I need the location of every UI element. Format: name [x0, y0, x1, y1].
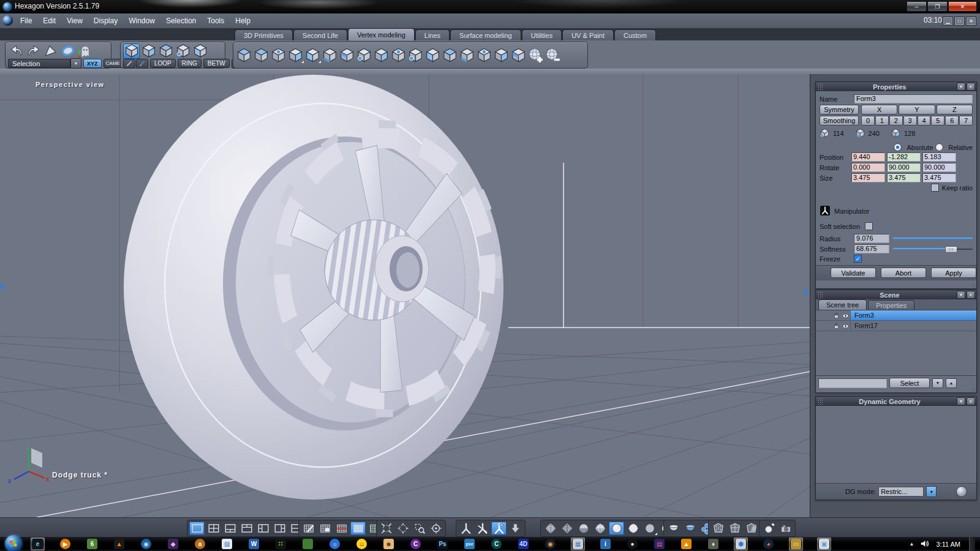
softness-field[interactable]: 68.675: [854, 244, 889, 253]
pen-add-tool-icon[interactable]: [136, 59, 148, 69]
tab-vertex-modeling[interactable]: Vertex modeling: [348, 28, 415, 40]
start-button[interactable]: [5, 535, 22, 551]
app-close-button[interactable]: ✕: [966, 17, 976, 26]
tab-utilities[interactable]: Utilities: [522, 29, 562, 40]
vertex-tool-01-icon[interactable]: [236, 48, 252, 63]
softness-slider-handle[interactable]: [945, 246, 957, 253]
menu-selection[interactable]: Selection: [160, 17, 202, 25]
app-restore-button[interactable]: □: [954, 17, 965, 26]
shading-smooth-wire-icon[interactable]: [625, 522, 641, 535]
photoshop-elements-icon[interactable]: pse: [463, 538, 476, 550]
relative-radio[interactable]: [935, 143, 943, 151]
smoothing-level-4-button[interactable]: 4: [918, 116, 931, 126]
os-minimize-button[interactable]: ─: [907, 1, 927, 12]
scene-select-button[interactable]: Select: [889, 378, 930, 388]
radius-field[interactable]: 9.076: [854, 234, 889, 243]
softness-slider[interactable]: [893, 246, 973, 252]
terrain-app-icon[interactable]: [301, 538, 314, 550]
messenger-smiley-icon[interactable]: ☺: [355, 538, 368, 550]
app-minimize-button[interactable]: ▁: [943, 17, 953, 26]
firefox-icon[interactable]: ◕: [762, 538, 775, 550]
image-viewer-icon[interactable]: ▣: [817, 538, 831, 550]
fit-view-icon[interactable]: [379, 522, 394, 535]
selection-mode-edge-icon[interactable]: [157, 43, 174, 59]
scene-item-form3[interactable]: Form3: [816, 310, 976, 321]
menu-display[interactable]: Display: [88, 17, 123, 25]
adobe-media-icon[interactable]: ▲: [680, 538, 693, 550]
scene-item-label[interactable]: Form3: [850, 310, 976, 320]
layout-right-split-icon[interactable]: [272, 522, 287, 535]
snap-drop-icon[interactable]: [508, 522, 523, 535]
vertex-tool-12-icon[interactable]: [424, 48, 441, 63]
shading-hidden-line-icon[interactable]: [559, 522, 575, 535]
panel-resize-grip[interactable]: [970, 282, 976, 288]
eye-icon[interactable]: [841, 322, 850, 330]
scene-item-form17[interactable]: Form17: [816, 321, 976, 331]
manipulator-universal-icon[interactable]: [491, 522, 507, 535]
panel-close-icon[interactable]: ✕: [967, 397, 975, 405]
undo-arrow-icon[interactable]: [8, 43, 24, 59]
position-x-field[interactable]: 9.440: [851, 152, 885, 162]
film-app-icon[interactable]: ◆: [167, 538, 179, 550]
show-desktop-button[interactable]: [969, 537, 975, 551]
symmetry-z-button[interactable]: Z: [937, 105, 973, 114]
panel-menu-icon[interactable]: ▼: [957, 291, 965, 299]
internet-explorer-icon[interactable]: e: [31, 538, 45, 550]
media-deck-icon[interactable]: ▤: [653, 538, 666, 550]
size-y-field[interactable]: 3.475: [887, 173, 921, 182]
soft-selection-checkbox[interactable]: [865, 222, 873, 230]
apply-button[interactable]: Apply: [931, 268, 976, 278]
lock-icon[interactable]: [832, 312, 841, 320]
validate-button[interactable]: Validate: [831, 268, 876, 278]
layout-bottom-split-icon[interactable]: [222, 522, 238, 535]
tab-3d-primitives[interactable]: 3D Primitives: [235, 29, 293, 40]
pen-tool-icon[interactable]: [123, 59, 135, 69]
vertex-tool-04-icon[interactable]: [287, 48, 304, 63]
word-icon[interactable]: W: [247, 538, 260, 550]
selection-mode-vertex-icon[interactable]: [140, 43, 157, 59]
tab-surface-modeling[interactable]: Surface modeling: [450, 29, 521, 40]
vertex-tool-09-icon[interactable]: [373, 48, 390, 63]
keep-ratio-checkbox[interactable]: [931, 184, 939, 192]
pan-view-icon[interactable]: [395, 522, 410, 535]
os-close-button[interactable]: ✕: [948, 1, 977, 12]
abort-button[interactable]: Abort: [881, 268, 926, 278]
tab-uv-paint[interactable]: UV & Paint: [562, 29, 614, 40]
uv-grid-edit-icon[interactable]: [301, 522, 316, 535]
wheel-model[interactable]: [124, 75, 510, 500]
shading-wireframe-icon[interactable]: [543, 522, 558, 535]
smoothing-level-5-button[interactable]: 5: [931, 116, 944, 126]
shading-matte-icon[interactable]: [642, 522, 657, 535]
scene-tree-tab[interactable]: Scene tree: [818, 299, 867, 310]
symmetry-x-button[interactable]: X: [861, 105, 897, 114]
vertex-tool-03-icon[interactable]: [270, 48, 287, 63]
layout-quad-icon[interactable]: [206, 522, 221, 535]
poser-icon[interactable]: ♦: [707, 538, 720, 550]
scene-move-up-button[interactable]: ▲: [946, 378, 957, 388]
menu-edit[interactable]: Edit: [37, 17, 61, 25]
lasso-ellipse-icon[interactable]: [59, 43, 76, 59]
menu-view[interactable]: View: [61, 17, 88, 25]
position-z-field[interactable]: 5.183: [922, 152, 956, 162]
media-player-icon[interactable]: ▶: [59, 538, 72, 550]
bitcomet-icon[interactable]: C: [409, 538, 422, 550]
selection-mode-face-icon[interactable]: [175, 43, 191, 59]
smoothing-level-3-button[interactable]: 3: [903, 116, 917, 126]
vertex-tool-07-icon[interactable]: [339, 48, 355, 63]
shading-flat-icon[interactable]: [576, 522, 591, 535]
vlc-icon[interactable]: ▲: [113, 538, 126, 550]
vertex-tool-06-icon[interactable]: [322, 48, 338, 63]
menu-window[interactable]: Window: [123, 17, 160, 25]
layout-top-split-icon[interactable]: [239, 522, 254, 535]
manipulator-move-icon[interactable]: [475, 522, 490, 535]
smoothing-range-low-icon[interactable]: [666, 522, 681, 535]
lock-icon[interactable]: [832, 322, 841, 330]
perspective-viewport[interactable]: y x z Perspective view Dodge truck *: [0, 74, 810, 517]
vertex-tool-10-icon[interactable]: [390, 48, 407, 63]
position-y-field[interactable]: -1.282: [887, 152, 921, 162]
drag-grip-icon[interactable]: [818, 291, 823, 298]
vertex-tool-05-icon[interactable]: [304, 48, 321, 63]
size-z-field[interactable]: 3.475: [922, 173, 956, 182]
rotate-x-field[interactable]: 0.000: [851, 163, 885, 172]
smoothing-level-7-button[interactable]: 7: [959, 116, 973, 126]
